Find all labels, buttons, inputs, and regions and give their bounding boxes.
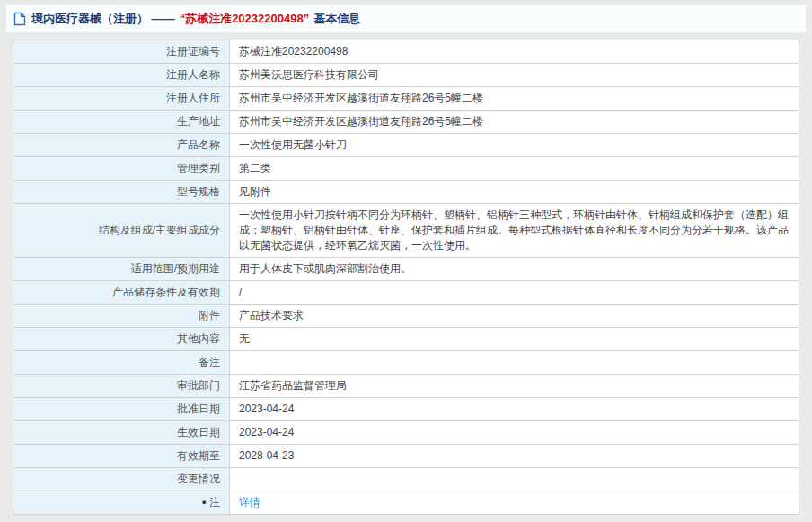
table-row: 管理类别 第二类 bbox=[13, 157, 799, 181]
row-label: 适用范围/预期用途 bbox=[13, 258, 230, 281]
row-value: 一次性使用无菌小针刀 bbox=[230, 134, 799, 157]
table-row: ●注 详情 bbox=[13, 491, 799, 515]
table-row: 适用范围/预期用途 用于人体皮下或肌肉深部割治使用。 bbox=[13, 258, 799, 281]
table-row: 备注 bbox=[13, 351, 799, 375]
row-label: 结构及组成/主要组成成分 bbox=[13, 204, 230, 258]
row-label: 批准日期 bbox=[13, 398, 230, 421]
row-value: 江苏省药品监督管理局 bbox=[230, 375, 799, 398]
table-row: 产品储存条件及有效期 / bbox=[13, 281, 799, 305]
table-row: 型号规格 见附件 bbox=[13, 181, 799, 204]
page-header: 境内医疗器械（注册） —— “苏械注准20232200498” 基本信息 bbox=[5, 4, 807, 33]
row-label: 注册人名称 bbox=[13, 64, 230, 87]
table-row: 注册人住所 苏州市吴中经济开发区越溪街道友翔路26号5幢二楼 bbox=[13, 87, 799, 111]
row-label: 备注 bbox=[13, 351, 230, 375]
row-value: 2023-04-24 bbox=[230, 398, 799, 421]
row-label: 其他内容 bbox=[13, 328, 230, 351]
table-row: 其他内容 无 bbox=[13, 328, 799, 351]
table-row: 产品名称 一次性使用无菌小针刀 bbox=[13, 134, 799, 157]
row-value: 见附件 bbox=[230, 181, 799, 204]
row-label: 产品名称 bbox=[13, 134, 230, 157]
row-value: 2028-04-23 bbox=[230, 445, 799, 468]
table-row: 结构及组成/主要组成成分 一次性使用小针刀按针柄不同分为环柄针、塑柄针、铝柄针三… bbox=[13, 204, 799, 258]
row-value bbox=[230, 351, 799, 375]
row-label: 注册人住所 bbox=[13, 87, 230, 111]
row-label: 附件 bbox=[13, 305, 230, 328]
registration-info-table: 注册证编号 苏械注准20232200498 注册人名称 苏州美沃思医疗科技有限公… bbox=[13, 40, 799, 515]
page-title-suffix: 基本信息 bbox=[313, 11, 360, 27]
row-label-text: 注 bbox=[209, 496, 220, 509]
document-icon bbox=[13, 12, 26, 26]
row-value: 2023-04-24 bbox=[230, 421, 799, 445]
table-row: 审批部门 江苏省药品监督管理局 bbox=[13, 375, 799, 398]
page-title-prefix: 境内医疗器械（注册） —— bbox=[31, 11, 175, 27]
table-row: 生效日期 2023-04-24 bbox=[13, 421, 799, 445]
row-value: 用于人体皮下或肌肉深部割治使用。 bbox=[230, 258, 799, 281]
table-row: 变更情况 bbox=[13, 468, 799, 491]
table-row: 注册人名称 苏州美沃思医疗科技有限公司 bbox=[13, 64, 799, 87]
row-value: 第二类 bbox=[230, 157, 799, 181]
row-value: / bbox=[230, 281, 799, 305]
table-row: 生产地址 苏州市吴中经济开发区越溪街道友翔路26号5幢二楼 bbox=[13, 111, 799, 134]
table-row: 附件 产品技术要求 bbox=[13, 305, 799, 328]
row-value: 详情 bbox=[230, 491, 799, 515]
row-value: 苏械注准20232200498 bbox=[230, 40, 799, 64]
page-title-cert-number: “苏械注准20232200498” bbox=[180, 11, 310, 27]
row-label: ●注 bbox=[13, 491, 230, 515]
row-value: 苏州市吴中经济开发区越溪街道友翔路26号5幢二楼 bbox=[230, 87, 799, 111]
detail-link[interactable]: 详情 bbox=[239, 496, 260, 509]
row-label: 型号规格 bbox=[13, 181, 230, 204]
row-label: 变更情况 bbox=[13, 468, 230, 491]
row-value: 产品技术要求 bbox=[230, 305, 799, 328]
row-label: 产品储存条件及有效期 bbox=[13, 281, 230, 305]
table-row: 注册证编号 苏械注准20232200498 bbox=[13, 40, 799, 64]
row-value: 一次性使用小针刀按针柄不同分为环柄针、塑柄针、铝柄针三种型式，环柄针由针体、针柄… bbox=[230, 204, 799, 258]
row-value: 苏州市吴中经济开发区越溪街道友翔路26号5幢二楼 bbox=[230, 111, 799, 134]
note-icon: ● bbox=[202, 495, 207, 510]
row-label: 有效期至 bbox=[13, 445, 230, 468]
row-value: 苏州美沃思医疗科技有限公司 bbox=[230, 64, 799, 87]
row-label: 审批部门 bbox=[13, 375, 230, 398]
row-value: 无 bbox=[230, 328, 799, 351]
table-row: 有效期至 2028-04-23 bbox=[13, 445, 799, 468]
row-value bbox=[230, 468, 799, 491]
table-row: 批准日期 2023-04-24 bbox=[13, 398, 799, 421]
row-label: 生效日期 bbox=[13, 421, 230, 445]
row-label: 管理类别 bbox=[13, 157, 230, 181]
row-label: 注册证编号 bbox=[13, 40, 230, 64]
row-label: 生产地址 bbox=[13, 111, 230, 134]
